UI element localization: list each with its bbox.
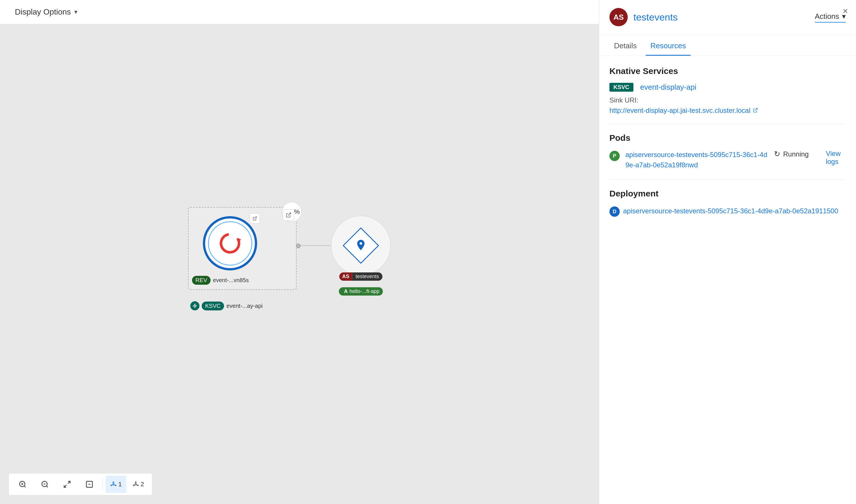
a-badge: A [342,288,349,294]
external-link-icon[interactable] [283,209,294,221]
panel-content: Knative Services KSVC event-display-api … [599,56,856,503]
pod-p-badge: P [609,151,620,161]
section-divider-1 [609,124,846,124]
circle-name: testevents [352,272,382,281]
svg-point-24 [135,482,136,483]
zoom-out-button[interactable] [35,476,55,493]
svg-point-17 [113,482,114,483]
ksvc-label: event-...ay-api [226,303,263,309]
collapse-button[interactable] [79,476,100,493]
deployment-row: D apiserversource-testevents-5095c715-36… [609,205,846,217]
svg-line-10 [46,486,48,487]
panel-header: AS testevents Actions ▾ × [599,0,856,35]
running-spinner-icon: ↻ [774,150,780,159]
display-options-button[interactable]: Display Options ▾ [12,5,81,19]
connector-line [298,245,332,246]
pods-title: Pods [609,133,846,143]
pod-status: ↻ Running [774,150,808,159]
ksvc-service-row: KSVC event-display-api [609,83,846,92]
circle-as-badge: AS [339,272,352,281]
zoom-in-button[interactable] [12,476,33,493]
svg-line-6 [24,486,25,487]
sink-uri-label: Sink URI: [609,96,846,104]
service-name-link[interactable]: event-display-api [640,83,697,92]
close-panel-button[interactable]: × [842,6,848,16]
tab-details[interactable]: Details [609,35,641,56]
node-filter-1-button[interactable]: 1 [106,476,126,493]
pod-row: P apiserversource-testevents-5095c715-36… [609,150,846,170]
node-filter-2-button[interactable]: 2 [128,476,149,493]
right-panel: AS testevents Actions ▾ × Details Resour… [599,0,856,504]
knative-services-title: Knative Services [609,66,846,76]
panel-as-badge: AS [609,8,628,26]
deployment-d-badge: D [609,206,620,217]
display-options-label: Display Options [15,7,71,17]
tab-resources[interactable]: Resources [646,35,690,56]
actions-button[interactable]: Actions ▾ [815,12,846,22]
dashed-group-node: 100% [188,207,297,290]
ksvc-badge: KSVC [202,302,224,310]
ksvc-row: KSVC event-...ay-api [190,301,263,310]
chevron-down-icon: ▾ [74,8,77,16]
svg-line-1 [255,217,257,219]
canvas-area: 100% [0,24,599,504]
toolbar-divider [103,478,103,490]
external-link-icon [753,107,758,114]
ksvc-panel-badge: KSVC [609,83,633,92]
bottom-toolbar: 1 2 [8,473,152,496]
svg-line-30 [755,108,757,110]
revision-node[interactable] [203,216,257,270]
pod-name-link[interactable]: apiserversource-testevents-5095c715-36c1… [625,150,768,170]
section-divider-2 [609,179,846,180]
connector-dot [296,244,301,248]
deployment-title: Deployment [609,189,846,198]
circle-node[interactable]: AS testevents A hello-...ft-app [331,216,391,275]
deployment-name-link[interactable]: apiserversource-testevents-5095c715-36c1… [623,207,838,215]
panel-tabs: Details Resources [599,35,856,56]
fit-to-screen-button[interactable] [57,476,77,493]
revision-label: event-...vn85s [213,277,249,284]
rev-badge: REV [192,276,211,285]
svg-line-0 [288,213,291,216]
bottom-node-label: hello-...ft-app [349,288,380,294]
sink-uri-link[interactable]: http://event-display-api.jai-test.svc.cl… [609,107,846,114]
view-logs-link[interactable]: View logs [826,150,846,166]
panel-title: testevents [633,12,678,23]
